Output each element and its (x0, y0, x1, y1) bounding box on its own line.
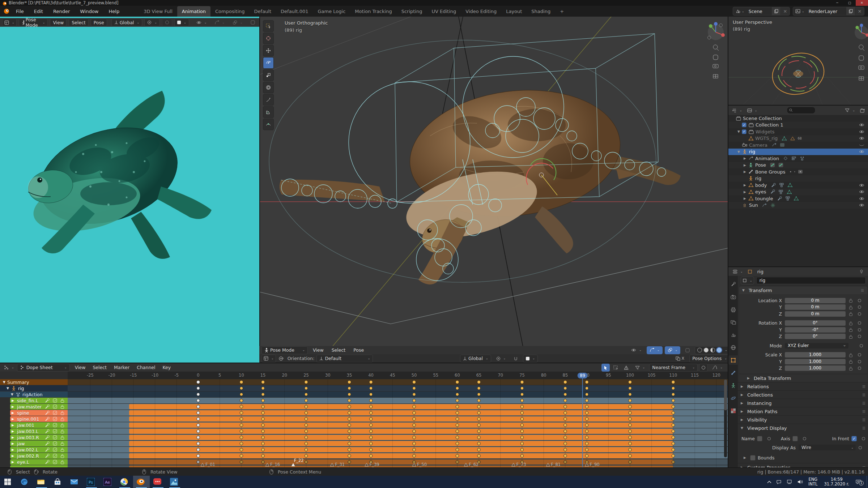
collection-checkbox[interactable]: ✓ (742, 123, 746, 127)
delta-transform-panel[interactable]: ▶Delta Transform (739, 374, 867, 382)
lock-icon[interactable] (848, 320, 854, 326)
outliner-row-wgts-rig[interactable]: WGTS_rig68 (728, 135, 868, 142)
keyframe[interactable] (477, 405, 480, 408)
minimize-button[interactable]: ─ (831, 0, 843, 6)
keyframe[interactable] (629, 448, 631, 451)
tool-rotate[interactable] (263, 57, 274, 69)
transform-value[interactable]: 0 m (785, 311, 846, 317)
keyframe[interactable] (369, 448, 372, 451)
transform-value[interactable]: 1.000 (785, 359, 846, 364)
transform-value-dropdown[interactable]: XYZ Euler (785, 343, 848, 348)
taskbar-app-photos[interactable] (166, 476, 183, 488)
keyframe[interactable] (240, 380, 243, 384)
keyframe[interactable] (348, 399, 351, 402)
outliner-row-collection-1[interactable]: ✓Collection 1 (728, 122, 868, 129)
channel-rig[interactable]: ▼rig (0, 385, 68, 391)
fmodifier-wrench-icon[interactable] (45, 435, 50, 440)
keyframe[interactable] (520, 418, 523, 420)
keyframe[interactable] (456, 424, 459, 427)
expand-icon[interactable]: ▼ (737, 130, 742, 133)
bone-group-bar[interactable]: ▶jaw.003.R (10, 435, 68, 440)
taskbar-app-mail[interactable] (67, 476, 83, 488)
keyframe[interactable] (629, 393, 631, 396)
dope-menu-view[interactable]: View (71, 362, 89, 373)
workspace-tab--[interactable]: + (555, 6, 569, 17)
taskbar-app-store[interactable] (50, 476, 67, 488)
keyframe[interactable] (564, 399, 567, 402)
keyframe[interactable] (348, 436, 351, 439)
keyframe[interactable] (240, 436, 243, 439)
dope-menu-channel[interactable]: Channel (133, 362, 159, 373)
keyframe[interactable] (261, 436, 264, 439)
keyframe[interactable] (261, 454, 264, 457)
panel-collections[interactable]: ▶Collections☰ (738, 390, 868, 399)
workspace-tab-uv-editing[interactable]: UV Editing (427, 6, 461, 17)
expand-icon[interactable]: ▼ (737, 150, 742, 154)
vd-infront-checkbox[interactable]: ✓ (851, 436, 857, 441)
keyframe[interactable] (305, 448, 307, 451)
keyframe[interactable] (261, 430, 264, 433)
channel-side-fin-l[interactable]: ▶side_fin.L (0, 398, 68, 403)
channel-jaw-003-r[interactable]: ▶jaw.003.R (0, 435, 68, 440)
keyframe[interactable] (196, 380, 200, 384)
fmodifier-wrench-icon[interactable] (45, 448, 50, 452)
keyframe[interactable] (520, 424, 523, 427)
show-desktop-button[interactable] (867, 476, 868, 488)
keyframe[interactable] (197, 454, 200, 457)
dope-editor-type-button[interactable]: ⌄ (2, 364, 16, 372)
channel-enable-checkbox[interactable] (52, 460, 57, 465)
snap-target-button[interactable]: ⌄ (144, 18, 160, 26)
object-name-input[interactable]: rig (756, 277, 866, 284)
properties-tab-output[interactable] (728, 305, 738, 314)
keyframe[interactable] (672, 399, 675, 402)
outliner-row-scene-collection[interactable]: Scene Collection (728, 115, 868, 122)
snap-mode-dropdown[interactable]: Nearest Frame⌄ (649, 364, 698, 372)
vd-name-checkbox[interactable] (757, 436, 762, 441)
channel-enable-checkbox[interactable] (52, 423, 57, 428)
snap-with-dropdown[interactable]: ⌄ (523, 355, 538, 363)
channel-rigaction[interactable]: ▼rigAction (0, 391, 68, 397)
keyframe[interactable] (240, 430, 243, 433)
keyframe[interactable] (520, 380, 524, 384)
tray-chat-icon[interactable] (776, 480, 782, 484)
lock-icon[interactable] (848, 334, 854, 339)
bone-group-bar[interactable]: ▶jaw.master (10, 404, 68, 410)
lock-icon[interactable] (848, 304, 854, 310)
animate-dot[interactable] (858, 305, 861, 309)
keyframe[interactable] (585, 424, 588, 427)
keyframe[interactable] (564, 442, 567, 445)
keyframe[interactable] (348, 405, 351, 408)
bone-group-bar[interactable]: ▶side_fin.L (10, 398, 68, 403)
keyframe[interactable] (197, 393, 200, 396)
panel-instancing[interactable]: ▶Instancing☰ (738, 399, 868, 407)
keyframe[interactable] (197, 399, 200, 402)
keyframe[interactable] (348, 442, 351, 445)
keyframe[interactable] (629, 387, 631, 390)
keyframe[interactable] (564, 405, 567, 408)
keyframe[interactable] (672, 418, 675, 420)
keyframe[interactable] (240, 405, 243, 408)
menu-render[interactable]: Render (48, 6, 75, 17)
keyframe[interactable] (369, 454, 372, 457)
properties-tab-scene[interactable] (728, 330, 738, 339)
keyframe[interactable] (261, 442, 264, 445)
workspace-tab-animation[interactable]: Animation (177, 6, 210, 17)
expand-icon[interactable]: ▶ (744, 170, 748, 174)
tray-volume-icon[interactable] (797, 480, 803, 484)
animate-dot[interactable] (860, 344, 863, 347)
close-button[interactable]: ✕ (856, 0, 868, 6)
keyframe[interactable] (585, 405, 588, 408)
keyframe[interactable] (629, 411, 631, 414)
keyframe[interactable] (412, 380, 416, 384)
keyframe[interactable] (261, 424, 264, 427)
properties-tab-physics[interactable] (728, 393, 738, 403)
channel-enable-checkbox[interactable] (52, 435, 57, 440)
expand-icon[interactable]: ▶ (12, 405, 16, 408)
properties-tab-world[interactable] (728, 343, 738, 352)
keyframe[interactable] (240, 411, 243, 414)
keyframe[interactable] (305, 430, 307, 433)
keyframe[interactable] (305, 411, 307, 414)
channel-jaw-001[interactable]: ▶jaw.001 (0, 422, 68, 428)
workspace-tab-shading[interactable]: Shading (527, 6, 555, 17)
perspective-toggle-icon[interactable] (713, 74, 718, 78)
